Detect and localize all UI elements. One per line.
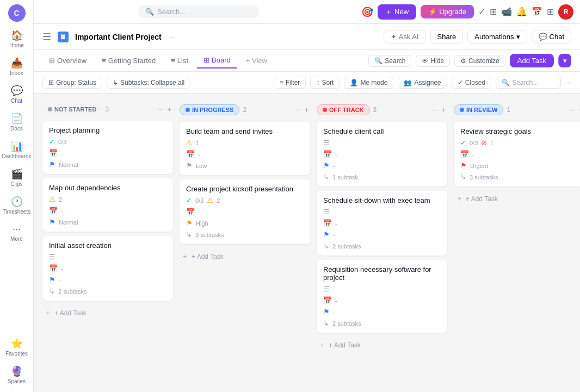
- plus-icon: ＋: [385, 7, 392, 17]
- project-icon: 📋: [58, 32, 69, 42]
- sidebar-item-inbox[interactable]: 📥 Inbox: [2, 54, 32, 79]
- sidebar-item-spaces[interactable]: 🔮 Spaces: [2, 362, 32, 388]
- avatar[interactable]: C: [8, 4, 26, 22]
- flag-icon: ⚑: [186, 219, 193, 227]
- flag-icon: ⚑: [323, 161, 330, 170]
- sort-button[interactable]: ↕ Sort: [310, 77, 340, 89]
- filter-search[interactable]: 🔍 Search...: [496, 77, 561, 89]
- tab-board[interactable]: ⊞ Board: [197, 53, 237, 69]
- column-in-progress: IN PROGRESS 2 ··· ＋ Build team and send …: [180, 102, 310, 383]
- status-in-review: IN REVIEW: [454, 104, 503, 115]
- add-icon: ＋: [45, 308, 51, 318]
- sidebar-item-clips[interactable]: 🎬 Clips: [2, 165, 32, 190]
- card-date-row: 📅 -: [460, 150, 578, 158]
- star-icon: ⭐: [11, 338, 23, 350]
- add-task-not-started[interactable]: ＋ + Add Task: [42, 305, 173, 321]
- me-mode-icon: 👤: [350, 79, 358, 86]
- filter-bar: ⊞ Group: Status ↳ Subtasks: Collapse all…: [34, 72, 580, 94]
- ask-ai-button[interactable]: ✦ Ask AI: [384, 30, 426, 43]
- card-kickoff-presentation[interactable]: Create project kickoff presentation ✓ 0/…: [180, 179, 310, 244]
- check-circle-icon[interactable]: ✓: [478, 7, 485, 17]
- filter-search-icon: 🔍: [502, 79, 510, 86]
- hide-button[interactable]: 👁 Hide: [416, 55, 450, 67]
- assignee-button[interactable]: 👥 Assignee: [398, 77, 447, 89]
- add-task-button[interactable]: Add Task: [510, 54, 554, 67]
- tab-overview[interactable]: ⊞ Overview: [42, 53, 93, 68]
- project-more-button[interactable]: ···: [168, 33, 174, 41]
- card-title: Schedule sit-down with exec team: [323, 196, 441, 204]
- add-task-off-track[interactable]: ＋ + Add Task: [317, 337, 447, 353]
- add-task-in-progress[interactable]: ＋ + Add Task: [180, 248, 310, 264]
- emoji-icon: 🎯: [361, 6, 373, 18]
- me-mode-button[interactable]: 👤 Me mode: [344, 77, 393, 89]
- automations-button[interactable]: Automations ▾: [467, 30, 527, 43]
- sidebar-item-docs[interactable]: 📄 Docs: [2, 109, 32, 135]
- upgrade-button[interactable]: ⚡ Upgrade: [421, 5, 474, 18]
- card-warning-row: ⚠ 1: [186, 139, 304, 147]
- sidebar: C 🏠 Home 📥 Inbox 💬 Chat 📄 Docs 📊 Dashboa…: [0, 0, 34, 392]
- tab-add-view[interactable]: + View: [239, 53, 274, 68]
- customize-button[interactable]: ⚙ Customize: [454, 55, 505, 67]
- error-icon: ⊘: [481, 139, 487, 147]
- closed-button[interactable]: ✓ Closed: [452, 77, 491, 89]
- col-actions-not-started[interactable]: ··· ＋: [158, 104, 173, 114]
- user-avatar[interactable]: R: [558, 4, 573, 20]
- warning-icon: ⚠: [186, 139, 193, 147]
- new-button[interactable]: ＋ New: [378, 4, 416, 20]
- tab-getting-started[interactable]: ≡ Getting Started: [95, 53, 162, 68]
- warning-icon: ⚠: [207, 196, 213, 204]
- card-project-planning[interactable]: Project planning ✓ 0/3 📅 - ⚑ Normal: [42, 121, 173, 174]
- sidebar-item-chat[interactable]: 💬 Chat: [2, 82, 32, 107]
- apps-icon[interactable]: ⊞: [547, 7, 554, 17]
- filter-more-icon[interactable]: ···: [565, 78, 571, 86]
- dot-in-progress: [186, 108, 190, 112]
- sidebar-toggle[interactable]: ☰: [42, 31, 51, 43]
- calendar-icon[interactable]: 📅: [532, 7, 542, 17]
- tasks-icon: ☰: [49, 253, 55, 261]
- board-icon: ⊞: [203, 56, 209, 64]
- flag-icon: ⚑: [186, 161, 193, 170]
- card-initial-asset[interactable]: Initial asset creation ☰ 📅 - ⚑ - ↳ 2 sub…: [42, 236, 173, 301]
- checklist-icon: ✓: [49, 138, 55, 146]
- card-title: Requisition necessary software for proje…: [323, 265, 441, 282]
- tab-list[interactable]: ≡ List: [164, 53, 195, 68]
- filter-button[interactable]: ≡ Filter: [274, 77, 306, 89]
- card-review-strategic[interactable]: Review strategic goals ✓ 0/3 ⊘ 1 📅 - ⚑ U…: [454, 122, 580, 186]
- card-build-team[interactable]: Build team and send invites ⚠ 1 📅 - ⚑ Lo…: [180, 122, 310, 175]
- global-search[interactable]: 🔍 Search...: [139, 5, 258, 18]
- card-schedule-client-call[interactable]: Schedule client call ☰ 📅 - ⚑ - ↳ 1 subta…: [317, 122, 447, 186]
- card-subtasks-row: ↳ 3 subtasks: [460, 173, 578, 181]
- chat-button[interactable]: 💬 Chat: [532, 30, 571, 43]
- col-actions-in-review[interactable]: ··· ＋: [570, 105, 580, 115]
- video-icon[interactable]: 📹: [501, 7, 512, 17]
- group-status-chip[interactable]: ⊞ Group: Status: [42, 77, 102, 89]
- grid-icon[interactable]: ⊞: [490, 7, 497, 17]
- card-date-row: 📅 -: [49, 149, 166, 157]
- card-title: Create project kickoff presentation: [186, 185, 304, 193]
- add-task-caret[interactable]: ▾: [558, 54, 571, 67]
- column-in-review: IN REVIEW 1 ··· ＋ Review strategic goals…: [454, 102, 580, 383]
- sidebar-item-more[interactable]: ··· More: [2, 220, 32, 245]
- share-button[interactable]: Share: [430, 30, 464, 43]
- inbox-icon: 📥: [11, 57, 23, 69]
- calendar-card-icon: 📅: [460, 150, 469, 158]
- sidebar-item-dashboards[interactable]: 📊 Dashboards: [2, 137, 32, 163]
- subtasks-chip[interactable]: ↳ Subtasks: Collapse all: [107, 77, 190, 89]
- sidebar-item-favorites[interactable]: ⭐ Favorites: [2, 334, 32, 360]
- card-requisition-software[interactable]: Requisition necessary software for proje…: [317, 260, 447, 333]
- col-actions-in-progress[interactable]: ··· ＋: [295, 105, 310, 115]
- checklist-icon: ✓: [460, 139, 466, 147]
- bell-icon[interactable]: 🔔: [516, 7, 527, 17]
- add-task-in-review[interactable]: ＋ + Add Task: [454, 191, 580, 207]
- col-actions-off-track[interactable]: ··· ＋: [433, 105, 447, 115]
- list-icon: ≡: [171, 57, 175, 65]
- card-schedule-sitdown[interactable]: Schedule sit-down with exec team ☰ 📅 - ⚑…: [317, 191, 447, 256]
- card-map-dependencies[interactable]: Map out dependencies ⚠ 2 📅 - ⚑ Normal: [42, 178, 173, 232]
- search-nav-button[interactable]: 🔍 Search: [368, 55, 411, 67]
- card-priority-row: ⚑ Normal: [49, 160, 166, 169]
- card-warning-row: ⚠ 2: [49, 195, 166, 203]
- getting-started-icon: ≡: [102, 57, 106, 65]
- sidebar-item-home[interactable]: 🏠 Home: [2, 26, 32, 52]
- sidebar-item-timesheets[interactable]: 🕐 Timesheets: [2, 192, 32, 218]
- card-title: Initial asset creation: [49, 241, 166, 250]
